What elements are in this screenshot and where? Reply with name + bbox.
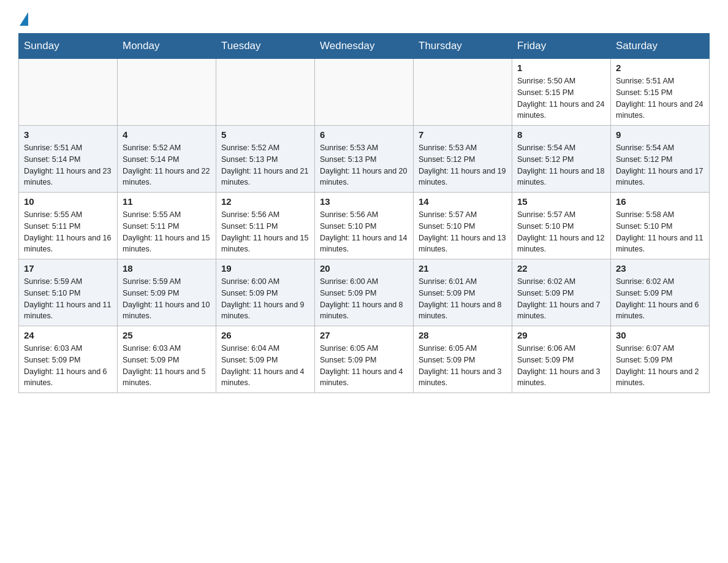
calendar-cell: 29Sunrise: 6:06 AMSunset: 5:09 PMDayligh… — [512, 326, 611, 393]
calendar-cell — [315, 59, 414, 126]
day-number: 2 — [616, 63, 704, 73]
day-info: Sunrise: 5:52 AMSunset: 5:14 PMDaylight:… — [123, 142, 211, 188]
weekday-header-tuesday: Tuesday — [216, 34, 315, 59]
day-info: Sunrise: 6:03 AMSunset: 5:09 PMDaylight:… — [24, 343, 112, 389]
day-number: 5 — [221, 129, 309, 140]
page-header — [18, 12, 710, 23]
calendar-cell: 30Sunrise: 6:07 AMSunset: 5:09 PMDayligh… — [611, 326, 710, 393]
weekday-header-sunday: Sunday — [19, 34, 118, 59]
calendar-cell: 18Sunrise: 5:59 AMSunset: 5:09 PMDayligh… — [118, 259, 216, 326]
calendar-row-3: 10Sunrise: 5:55 AMSunset: 5:11 PMDayligh… — [19, 193, 710, 259]
day-info: Sunrise: 5:56 AMSunset: 5:10 PMDaylight:… — [320, 209, 408, 255]
day-number: 19 — [221, 263, 309, 274]
day-info: Sunrise: 6:05 AMSunset: 5:09 PMDaylight:… — [419, 343, 507, 389]
calendar-cell: 26Sunrise: 6:04 AMSunset: 5:09 PMDayligh… — [216, 326, 315, 393]
calendar-cell: 25Sunrise: 6:03 AMSunset: 5:09 PMDayligh… — [118, 326, 216, 393]
day-number: 10 — [24, 196, 112, 207]
day-number: 28 — [419, 330, 507, 340]
calendar-cell: 28Sunrise: 6:05 AMSunset: 5:09 PMDayligh… — [414, 326, 512, 393]
day-info: Sunrise: 5:59 AMSunset: 5:09 PMDaylight:… — [123, 276, 211, 322]
calendar-cell: 3Sunrise: 5:51 AMSunset: 5:14 PMDaylight… — [19, 126, 118, 193]
day-number: 30 — [616, 330, 704, 340]
day-info: Sunrise: 6:04 AMSunset: 5:09 PMDaylight:… — [221, 343, 309, 389]
day-number: 3 — [24, 129, 112, 140]
day-info: Sunrise: 6:00 AMSunset: 5:09 PMDaylight:… — [320, 276, 408, 322]
calendar-cell: 12Sunrise: 5:56 AMSunset: 5:11 PMDayligh… — [216, 193, 315, 259]
day-number: 8 — [517, 129, 605, 140]
calendar-cell: 10Sunrise: 5:55 AMSunset: 5:11 PMDayligh… — [19, 193, 118, 259]
day-info: Sunrise: 5:54 AMSunset: 5:12 PMDaylight:… — [616, 142, 704, 188]
day-number: 1 — [517, 63, 605, 73]
calendar-cell: 7Sunrise: 5:53 AMSunset: 5:12 PMDaylight… — [414, 126, 512, 193]
day-number: 21 — [419, 263, 507, 274]
calendar-cell: 8Sunrise: 5:54 AMSunset: 5:12 PMDaylight… — [512, 126, 611, 193]
weekday-header-monday: Monday — [118, 34, 216, 59]
day-number: 15 — [517, 196, 605, 207]
day-number: 16 — [616, 196, 704, 207]
day-info: Sunrise: 5:57 AMSunset: 5:10 PMDaylight:… — [419, 209, 507, 255]
day-number: 14 — [419, 196, 507, 207]
calendar-row-5: 24Sunrise: 6:03 AMSunset: 5:09 PMDayligh… — [19, 326, 710, 393]
calendar-cell: 17Sunrise: 5:59 AMSunset: 5:10 PMDayligh… — [19, 259, 118, 326]
calendar-cell: 13Sunrise: 5:56 AMSunset: 5:10 PMDayligh… — [315, 193, 414, 259]
day-number: 4 — [123, 129, 211, 140]
day-info: Sunrise: 6:03 AMSunset: 5:09 PMDaylight:… — [123, 343, 211, 389]
calendar-cell: 11Sunrise: 5:55 AMSunset: 5:11 PMDayligh… — [118, 193, 216, 259]
day-info: Sunrise: 6:02 AMSunset: 5:09 PMDaylight:… — [616, 276, 704, 322]
calendar-row-4: 17Sunrise: 5:59 AMSunset: 5:10 PMDayligh… — [19, 259, 710, 326]
logo — [18, 12, 40, 23]
logo-triangle-icon — [20, 12, 28, 26]
calendar-cell: 22Sunrise: 6:02 AMSunset: 5:09 PMDayligh… — [512, 259, 611, 326]
calendar-cell: 20Sunrise: 6:00 AMSunset: 5:09 PMDayligh… — [315, 259, 414, 326]
calendar-cell — [19, 59, 118, 126]
day-info: Sunrise: 5:54 AMSunset: 5:12 PMDaylight:… — [517, 142, 605, 188]
day-number: 20 — [320, 263, 408, 274]
weekday-header-thursday: Thursday — [414, 34, 512, 59]
day-number: 9 — [616, 129, 704, 140]
day-number: 24 — [24, 330, 112, 340]
calendar-cell: 1Sunrise: 5:50 AMSunset: 5:15 PMDaylight… — [512, 59, 611, 126]
weekday-header-saturday: Saturday — [611, 34, 710, 59]
calendar-cell: 24Sunrise: 6:03 AMSunset: 5:09 PMDayligh… — [19, 326, 118, 393]
day-number: 11 — [123, 196, 211, 207]
calendar-cell: 27Sunrise: 6:05 AMSunset: 5:09 PMDayligh… — [315, 326, 414, 393]
calendar-cell — [118, 59, 216, 126]
calendar-cell: 15Sunrise: 5:57 AMSunset: 5:10 PMDayligh… — [512, 193, 611, 259]
day-number: 23 — [616, 263, 704, 274]
calendar-cell: 4Sunrise: 5:52 AMSunset: 5:14 PMDaylight… — [118, 126, 216, 193]
day-number: 7 — [419, 129, 507, 140]
day-number: 13 — [320, 196, 408, 207]
day-info: Sunrise: 5:56 AMSunset: 5:11 PMDaylight:… — [221, 209, 309, 255]
calendar-table: SundayMondayTuesdayWednesdayThursdayFrid… — [18, 33, 710, 393]
day-info: Sunrise: 6:05 AMSunset: 5:09 PMDaylight:… — [320, 343, 408, 389]
calendar-cell — [216, 59, 315, 126]
calendar-cell: 9Sunrise: 5:54 AMSunset: 5:12 PMDaylight… — [611, 126, 710, 193]
day-info: Sunrise: 5:51 AMSunset: 5:15 PMDaylight:… — [616, 75, 704, 121]
day-info: Sunrise: 5:57 AMSunset: 5:10 PMDaylight:… — [517, 209, 605, 255]
day-info: Sunrise: 6:00 AMSunset: 5:09 PMDaylight:… — [221, 276, 309, 322]
day-number: 29 — [517, 330, 605, 340]
calendar-cell: 5Sunrise: 5:52 AMSunset: 5:13 PMDaylight… — [216, 126, 315, 193]
day-info: Sunrise: 5:53 AMSunset: 5:12 PMDaylight:… — [419, 142, 507, 188]
day-info: Sunrise: 5:55 AMSunset: 5:11 PMDaylight:… — [123, 209, 211, 255]
day-info: Sunrise: 5:53 AMSunset: 5:13 PMDaylight:… — [320, 142, 408, 188]
day-info: Sunrise: 5:50 AMSunset: 5:15 PMDaylight:… — [517, 75, 605, 121]
calendar-cell: 19Sunrise: 6:00 AMSunset: 5:09 PMDayligh… — [216, 259, 315, 326]
day-info: Sunrise: 6:07 AMSunset: 5:09 PMDaylight:… — [616, 343, 704, 389]
day-number: 26 — [221, 330, 309, 340]
weekday-header-row: SundayMondayTuesdayWednesdayThursdayFrid… — [19, 34, 710, 59]
day-info: Sunrise: 5:55 AMSunset: 5:11 PMDaylight:… — [24, 209, 112, 255]
calendar-cell: 14Sunrise: 5:57 AMSunset: 5:10 PMDayligh… — [414, 193, 512, 259]
day-number: 18 — [123, 263, 211, 274]
weekday-header-wednesday: Wednesday — [315, 34, 414, 59]
weekday-header-friday: Friday — [512, 34, 611, 59]
day-info: Sunrise: 5:59 AMSunset: 5:10 PMDaylight:… — [24, 276, 112, 322]
day-number: 6 — [320, 129, 408, 140]
day-info: Sunrise: 6:02 AMSunset: 5:09 PMDaylight:… — [517, 276, 605, 322]
day-info: Sunrise: 6:06 AMSunset: 5:09 PMDaylight:… — [517, 343, 605, 389]
calendar-cell — [414, 59, 512, 126]
day-number: 27 — [320, 330, 408, 340]
day-number: 25 — [123, 330, 211, 340]
calendar-row-1: 1Sunrise: 5:50 AMSunset: 5:15 PMDaylight… — [19, 59, 710, 126]
calendar-cell: 2Sunrise: 5:51 AMSunset: 5:15 PMDaylight… — [611, 59, 710, 126]
